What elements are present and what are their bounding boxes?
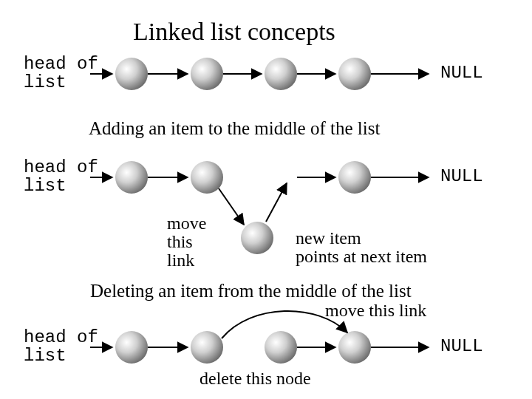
head-label: head of list [24, 158, 98, 195]
node-icon [338, 161, 371, 194]
page-title: Linked list concepts [133, 18, 335, 46]
node-icon [115, 58, 148, 90]
head-label: head of list [24, 55, 98, 92]
null-label: NULL [440, 337, 483, 355]
null-label: NULL [440, 167, 483, 185]
node-icon [241, 222, 273, 254]
node-icon [338, 331, 371, 364]
caption-delete: Deleting an item from the middle of the … [90, 281, 412, 301]
caption-add: Adding an item to the middle of the list [89, 118, 380, 139]
arrow-icon [219, 188, 244, 225]
move-link-label: move this link [167, 214, 206, 270]
move-this-link-label: move this link [325, 301, 426, 320]
node-icon [191, 161, 223, 194]
node-icon [191, 58, 223, 90]
null-label: NULL [440, 64, 483, 82]
arrow-icon [266, 183, 287, 222]
new-item-label: new item points at next item [296, 229, 427, 266]
node-icon [265, 58, 297, 90]
node-icon [191, 331, 223, 364]
node-icon [265, 331, 297, 364]
head-label: head of list [24, 328, 98, 365]
node-icon [338, 58, 371, 90]
node-icon [115, 161, 148, 194]
node-icon [115, 331, 148, 364]
delete-node-label: delete this node [200, 369, 311, 388]
